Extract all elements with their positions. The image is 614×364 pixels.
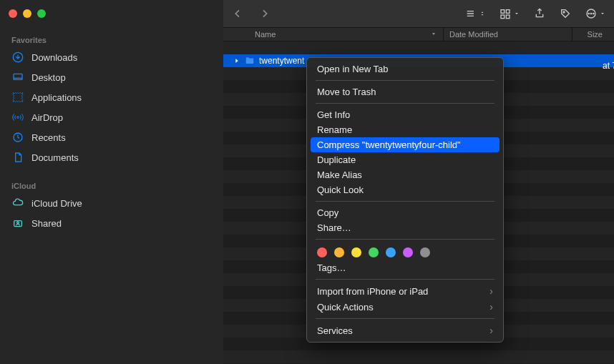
sidebar-item-label: Downloads [31,52,77,63]
sidebar-item-label: Desktop [31,72,66,83]
sidebar-item-documents[interactable]: Documents [6,147,218,167]
titlebar [0,0,223,27]
columns-header: Name Date Modified Size [223,27,614,41]
sidebar-item-label: AirDrop [31,112,63,123]
menu-copy[interactable]: Copy [307,205,503,220]
sidebar-item-downloads[interactable]: Downloads [6,47,218,67]
sidebar-item-label: iCloud Drive [31,198,82,209]
file-date: at 7:07 PM [603,61,614,71]
group-button[interactable] [500,8,520,19]
sidebar-item-label: Documents [31,152,79,163]
tag-color-dot[interactable] [386,247,396,257]
desktop-icon [11,71,24,84]
tag-color-dot[interactable] [351,247,361,257]
context-menu: Open in New Tab Move to Trash Get Info R… [306,57,504,343]
sidebar-item-label: Recents [31,132,66,143]
traffic-lights [9,9,46,18]
tag-color-dot[interactable] [369,247,379,257]
sidebar-section-icloud: iCloud [6,177,218,193]
sidebar-content: Favorites Downloads Desktop Applications… [0,27,223,233]
svg-rect-8 [501,15,505,19]
menu-duplicate[interactable]: Duplicate [307,152,503,167]
column-size-header[interactable]: Size [572,28,614,41]
menu-make-alias[interactable]: Make Alias [307,167,503,182]
icloud-icon [11,197,24,210]
column-name-header[interactable]: Name [223,28,444,41]
menu-tags[interactable]: Tags… [307,260,503,275]
svg-point-10 [563,11,565,13]
tags-button[interactable] [560,8,571,19]
apps-icon [11,91,24,104]
menu-get-info[interactable]: Get Info [307,107,503,122]
menu-share[interactable]: Share… [307,220,503,235]
sidebar-item-airdrop[interactable]: AirDrop [6,107,218,127]
svg-rect-6 [501,10,505,14]
sidebar-item-recents[interactable]: Recents [6,127,218,147]
tag-color-dot[interactable] [317,247,327,257]
svg-point-13 [590,13,591,14]
menu-compress[interactable]: Compress "twentytwentyfour-child" [311,137,500,152]
menu-rename[interactable]: Rename [307,122,503,137]
sidebar-section-favorites: Favorites [6,31,218,47]
svg-point-14 [593,13,594,14]
chevron-right-icon: › [489,301,493,313]
minimize-window-button[interactable] [23,9,31,18]
document-icon [11,151,24,164]
svg-rect-7 [506,10,510,14]
svg-rect-1 [14,74,22,79]
column-name-label: Name [255,30,276,39]
menu-open-new-tab[interactable]: Open in New Tab [307,62,503,77]
tag-color-dot[interactable] [420,247,430,257]
sidebar-item-icloud-drive[interactable]: iCloud Drive [6,193,218,213]
menu-tag-colors [307,243,503,260]
view-mode-button[interactable] [465,8,485,19]
sidebar-item-label: Applications [31,92,82,103]
chevron-right-icon: › [489,285,493,297]
sidebar-item-desktop[interactable]: Desktop [6,67,218,87]
column-date-header[interactable]: Date Modified [444,28,572,41]
sidebar-item-label: Shared [31,218,62,229]
svg-point-5 [17,222,19,224]
airdrop-icon [11,111,24,124]
disclosure-triangle-icon[interactable] [233,57,240,64]
back-button[interactable] [232,8,243,19]
close-window-button[interactable] [9,9,17,18]
menu-import-iphone[interactable]: Import from iPhone or iPad› [307,283,503,299]
clock-icon [11,131,24,144]
tag-color-dot[interactable] [334,247,344,257]
fullscreen-window-button[interactable] [37,9,46,18]
forward-button[interactable] [259,8,271,19]
file-name: twentytwent [259,56,304,66]
sidebar-item-shared[interactable]: Shared [6,213,218,233]
menu-move-to-trash[interactable]: Move to Trash [307,84,503,99]
tag-color-dot[interactable] [403,247,413,257]
svg-point-12 [588,13,589,14]
folder-icon [245,56,255,66]
sidebar-item-applications[interactable]: Applications [6,87,218,107]
sort-chevron-icon [430,30,437,39]
chevron-right-icon: › [489,325,493,336]
shared-icon [11,217,24,230]
menu-services[interactable]: Services› [307,323,503,338]
sidebar: Favorites Downloads Desktop Applications… [0,0,223,364]
menu-quick-look[interactable]: Quick Look [307,182,503,197]
column-date-label: Date Modified [449,30,498,39]
download-icon [11,51,24,64]
menu-quick-actions[interactable]: Quick Actions› [307,299,503,315]
more-button[interactable] [585,8,605,19]
svg-rect-9 [506,15,510,19]
share-button[interactable] [534,8,545,19]
column-size-label: Size [588,30,603,39]
svg-point-2 [17,117,19,119]
toolbar [223,0,614,27]
